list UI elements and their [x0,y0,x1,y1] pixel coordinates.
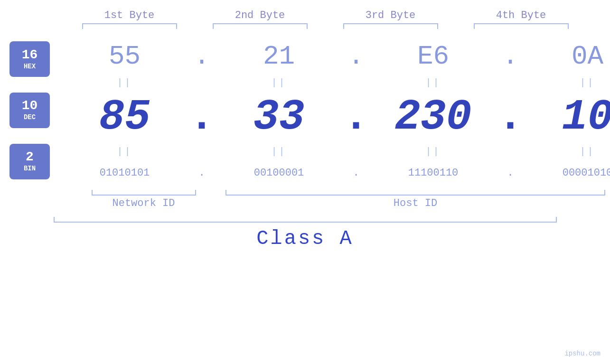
host-bracket-line [225,190,605,196]
badges-column: 16 HEX 10 DEC 2 BIN [0,34,59,187]
bin-b1-value: 01010101 [100,167,150,179]
bracket2 [195,23,325,29]
network-bracket-line [92,190,196,196]
bin-b1-cell: 01010101 [59,167,190,179]
dec-dot2: . [344,93,368,141]
network-id-label: Network ID [66,197,221,209]
watermark: ipshu.com [564,350,601,357]
eq2-b2: || [214,146,344,157]
hex-dot1: . [190,41,214,72]
top-bracket-row [0,23,610,29]
hex-b3-value: E6 [417,41,449,72]
byte4-header: 4th Byte [456,9,586,21]
bin-b3-cell: 11100110 [368,167,498,179]
rows-container: 55 . 21 . E6 . 0A [59,34,610,187]
hex-b2-cell: 21 [214,41,344,72]
class-label: Class A [256,227,353,250]
bracket1 [64,23,195,29]
byte1-header: 1st Byte [64,9,195,21]
hex-b2-value: 21 [263,41,295,72]
eq2-b1: || [59,146,190,157]
eq2-b4: || [522,146,610,157]
equals-row-2: || || || || [59,144,610,159]
dec-dot1: . [190,93,214,141]
class-label-row: Class A [256,227,353,250]
dec-b1-value: 85 [99,96,150,139]
bracket3-line [343,23,438,29]
dec-row: 85 . 33 . 230 . 10 [59,90,610,144]
bin-b4-value: 00001010 [563,167,610,179]
class-bracket-row [0,217,610,223]
content-area: 16 HEX 10 DEC 2 BIN 55 . [0,34,610,187]
bracket3 [325,23,456,29]
dec-badge-label: DEC [24,113,36,121]
bin-b2-cell: 00100001 [214,167,344,179]
main-container: 1st Byte 2nd Byte 3rd Byte 4th Byte 16 H… [0,0,610,364]
bin-badge: 2 BIN [9,144,50,179]
hex-b1-cell: 55 [59,41,190,72]
hex-dot2: . [344,41,368,72]
dec-b2-cell: 33 [214,96,344,139]
dec-b1-cell: 85 [59,96,190,139]
dec-b4-value: 10 [562,96,610,139]
hex-row: 55 . 21 . E6 . 0A [59,37,610,75]
bin-dot3: . [498,167,522,179]
labels-row: Network ID Host ID [0,197,610,209]
bin-badge-num: 2 [26,150,34,164]
hex-b4-value: 0A [572,41,603,72]
eq2-b3: || [368,146,498,157]
bracket4-line [474,23,569,29]
byte-headers: 1st Byte 2nd Byte 3rd Byte 4th Byte [0,9,610,21]
host-bracket-container [221,190,610,196]
bracket4 [456,23,586,29]
bin-b4-cell: 00001010 [522,167,610,179]
eq1-b3: || [368,77,498,88]
bracket1-line [82,23,177,29]
hex-b4-cell: 0A [522,41,610,72]
hex-badge-num: 16 [22,48,38,62]
bin-b2-value: 00100001 [254,167,304,179]
bin-row: 01010101 . 00100001 . 11100110 . [59,159,610,187]
byte2-header: 2nd Byte [195,9,325,21]
network-bracket-container [66,190,221,196]
bottom-spacer-left [0,190,66,196]
dec-b3-cell: 230 [368,96,498,139]
eq1-b4: || [522,77,610,88]
bin-dot1: . [190,167,214,179]
bin-b3-value: 11100110 [408,167,459,179]
labels-spacer [0,197,66,209]
equals-row-1: || || || || [59,75,610,90]
class-bracket-line [54,217,557,223]
hex-badge: 16 HEX [9,41,50,77]
hex-dot3: . [498,41,522,72]
dec-badge-num: 10 [22,99,38,112]
dec-b3-value: 230 [394,96,471,139]
host-id-label: Host ID [221,197,610,209]
hex-b1-value: 55 [109,41,141,72]
bin-badge-label: BIN [24,165,36,172]
bin-dot2: . [344,167,368,179]
hex-b3-cell: E6 [368,41,498,72]
bottom-bracket-area [0,190,610,196]
bracket2-line [213,23,308,29]
dec-dot3: . [498,93,522,141]
dec-badge: 10 DEC [9,93,50,128]
dec-b4-cell: 10 [522,96,610,139]
byte3-header: 3rd Byte [325,9,456,21]
eq1-b1: || [59,77,190,88]
eq1-b2: || [214,77,344,88]
hex-badge-label: HEX [24,63,36,70]
dec-b2-value: 33 [253,96,304,139]
